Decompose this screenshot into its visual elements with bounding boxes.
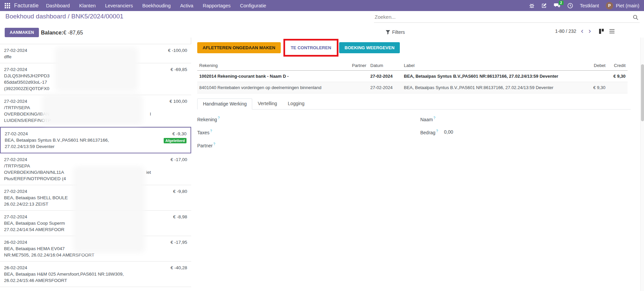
tab-handmatige-werking[interactable]: Handmatige Werking bbox=[197, 98, 252, 110]
transaction-desc-line: DJLQ53HN5JH2PPD3 bbox=[4, 73, 187, 79]
balance-display: Balance:€ -87,65 bbox=[41, 30, 83, 36]
filters-button[interactable]: Filters bbox=[386, 29, 405, 35]
transaction-desc-line: BEA, Betaalpas HEMA EV047 bbox=[4, 245, 187, 252]
cell-credit bbox=[607, 82, 628, 93]
move-line-row[interactable]: 8401040 Rentebaten vorderingen op deelne… bbox=[197, 82, 628, 93]
nav-menu-dashboard[interactable]: Dashboard bbox=[46, 3, 70, 8]
transaction-amount: € -9,30 bbox=[172, 131, 186, 137]
cell-rekening: 1002014 Rekening-courant bank - Naam D - bbox=[197, 71, 345, 82]
breadcrumb[interactable]: Boekhoud dashboard / BNK5/2024/00001 bbox=[5, 13, 123, 20]
transaction-row[interactable]: 27-02-2024€ -9,80BEA, Betaalpas SHELL BO… bbox=[0, 185, 191, 211]
partner-field-label: Partner? bbox=[197, 142, 215, 148]
transaction-desc-line: 27.02.24/14:54 AMERSFOOR bbox=[4, 226, 187, 233]
bedrag-field-value: 0,00 bbox=[444, 129, 453, 135]
transaction-desc-line: BEA, Betaalpas Syntus B.V.,PAS601 NR:861… bbox=[5, 137, 186, 143]
transaction-amount: € -69,85 bbox=[170, 66, 187, 73]
company-switcher[interactable]: Testklant bbox=[580, 3, 599, 8]
column-header-datum: Datum bbox=[368, 61, 402, 71]
unreconcile-button[interactable]: AFLETTEREN ONGEDAAN MAKEN bbox=[197, 42, 281, 53]
column-header-debet: Debet bbox=[569, 61, 607, 71]
pager-next-button[interactable]: › bbox=[588, 28, 591, 34]
transaction-desc-line: /TRTP/SEPA bbox=[4, 163, 187, 169]
move-line-row[interactable]: 1002014 Rekening-courant bank - Naam D -… bbox=[197, 71, 628, 82]
transaction-desc-line: OVERBOEKING/IBAN/NL11Aiet bbox=[4, 169, 187, 175]
transaction-date: 27-02-2024 bbox=[5, 131, 186, 137]
filter-funnel-icon bbox=[386, 30, 390, 34]
transaction-date: 26-02-2024 bbox=[4, 239, 187, 245]
transaction-row[interactable]: 27-02-2024€ -69,85DJLQ53HN5JH2PPD365ddaf… bbox=[0, 63, 191, 95]
transaction-row[interactable]: 27-02-2024€ -8,98BEA, Betaalpas Coop Sup… bbox=[0, 211, 191, 236]
cell-partner bbox=[345, 82, 368, 93]
transaction-row[interactable]: 26-02-2024€ -40,28BEA, Betaalpas H&M 025… bbox=[0, 262, 191, 287]
transaction-amount: € -100,00 bbox=[168, 47, 187, 54]
nav-menu-klanten[interactable]: Klanten bbox=[79, 3, 96, 8]
transaction-amount: € -17,00 bbox=[170, 156, 187, 163]
taxes-field-label: Taxes? bbox=[197, 129, 212, 135]
search-input[interactable] bbox=[374, 12, 626, 22]
tab-logging[interactable]: Logging bbox=[282, 98, 310, 110]
transaction-row[interactable]: 27-02-2024€ 100,00/TRTP/SEPAOVERBOEKING/… bbox=[0, 95, 191, 127]
nav-menu-activa[interactable]: Activa bbox=[180, 3, 194, 8]
balance-value: € -87,65 bbox=[63, 30, 83, 35]
view-entry-button[interactable]: BOEKING WEERGEVEN bbox=[339, 42, 400, 53]
tab-vertelling[interactable]: Vertelling bbox=[252, 98, 282, 110]
transaction-desc-line: OVERBOEKING/IBANl bbox=[4, 111, 187, 117]
transaction-list: 27-02-2024€ -100,00dffe27-02-2024€ -69,8… bbox=[0, 44, 191, 291]
edit-compose-icon[interactable] bbox=[541, 3, 547, 8]
table-body: 1002014 Rekening-courant bank - Naam D -… bbox=[197, 71, 628, 93]
transaction-desc-line: /TRTP/SEPA bbox=[4, 104, 187, 111]
apps-grid-icon[interactable] bbox=[5, 3, 10, 8]
debug-bug-icon[interactable] bbox=[529, 3, 535, 8]
list-view-button[interactable] bbox=[609, 29, 614, 33]
nav-menu-rapportages[interactable]: Rapportages bbox=[203, 3, 230, 8]
search-box bbox=[374, 12, 640, 23]
activities-clock-icon[interactable] bbox=[567, 3, 573, 9]
rekening-field-label: Rekening? bbox=[197, 116, 220, 122]
transaction-desc-fragment: l bbox=[150, 111, 187, 117]
cell-label: BEA, Betaalpas Syntus B.V.,PAS601 NR:861… bbox=[402, 71, 569, 82]
transaction-amount: € 100,00 bbox=[169, 98, 187, 104]
app-name[interactable]: Facturatie bbox=[14, 3, 39, 9]
transaction-date: 27-02-2024 bbox=[4, 156, 187, 163]
user-name: Piet (main) bbox=[616, 3, 639, 8]
scrollbar-track[interactable] bbox=[640, 38, 644, 291]
nav-menu-boekhouding[interactable]: Boekhouding bbox=[142, 3, 171, 8]
kanban-view-button[interactable] bbox=[599, 29, 604, 34]
reconcile-actions: AFLETTEREN ONGEDAAN MAKEN TE CONTROLEREN… bbox=[197, 39, 400, 57]
transaction-desc-line: BEA, Betaalpas SHELL BOULE bbox=[4, 195, 187, 201]
user-menu[interactable]: P Piet (main) bbox=[606, 2, 639, 9]
transaction-row[interactable]: 27-02-2024€ -100,00dffe bbox=[0, 44, 191, 63]
help-marker: ? bbox=[218, 116, 220, 120]
cell-label: BEA, Betaalpas Syntus B.V.,PAS601 NR:861… bbox=[402, 82, 569, 93]
nav-menu-configuratie[interactable]: Configuratie bbox=[240, 3, 266, 8]
search-icon[interactable] bbox=[633, 15, 638, 20]
nav-menu-leveranciers[interactable]: Leveranciers bbox=[105, 3, 133, 8]
transaction-desc-fragment: iet bbox=[146, 169, 187, 175]
annotation-red-box: TE CONTROLEREN bbox=[283, 39, 339, 57]
pager-range: 1-80 / 232 bbox=[555, 28, 576, 34]
transaction-row[interactable]: 27-02-2024€ -17,00/TRTP/SEPAOVERBOEKING/… bbox=[0, 153, 191, 185]
messages-icon[interactable]: 2 bbox=[554, 3, 560, 8]
transaction-amount: € -8,98 bbox=[173, 214, 187, 220]
cell-debet bbox=[569, 71, 607, 82]
transaction-row[interactable]: 27-02-2024€ -9,30BEA, Betaalpas Syntus B… bbox=[0, 127, 191, 153]
help-marker: ? bbox=[433, 116, 435, 120]
transaction-amount: € -9,80 bbox=[173, 188, 187, 195]
cell-rekening: 8401040 Rentebaten vorderingen op deelne… bbox=[197, 82, 345, 93]
transaction-desc-line: BEA, Betaalpas Coop Superm bbox=[4, 220, 187, 226]
transaction-desc-line: Plus/EREF/NOTPROVIDED (4 bbox=[4, 175, 187, 182]
transaction-desc-line: NR:ME7505, 26.02.24/16:04 AMERSFOORT bbox=[4, 252, 187, 258]
move-lines-table: RekeningPartnerDatumLabelDebetCredit 100… bbox=[197, 61, 628, 93]
transaction-desc-line: 26.02.24/15:46 AMERSFOORT bbox=[4, 277, 187, 284]
create-button[interactable]: AANMAKEN bbox=[5, 28, 39, 37]
transaction-desc-line: BEA, Betaalpas H&M 025 Amersfoort,PAS601… bbox=[4, 271, 187, 277]
cell-partner bbox=[345, 71, 368, 82]
pager-prev-button[interactable]: ‹ bbox=[581, 28, 584, 34]
column-header-rekening: Rekening bbox=[197, 61, 345, 71]
to-check-button[interactable]: TE CONTROLEREN bbox=[288, 42, 334, 53]
scrollbar-thumb[interactable] bbox=[641, 64, 644, 121]
transaction-date: 27-02-2024 bbox=[4, 98, 187, 104]
transaction-row[interactable]: 26-02-2024€ -60,61 bbox=[0, 287, 191, 291]
transaction-row[interactable]: 26-02-2024€ -17,95BEA, Betaalpas HEMA EV… bbox=[0, 236, 191, 262]
message-count-badge: 2 bbox=[559, 1, 564, 5]
